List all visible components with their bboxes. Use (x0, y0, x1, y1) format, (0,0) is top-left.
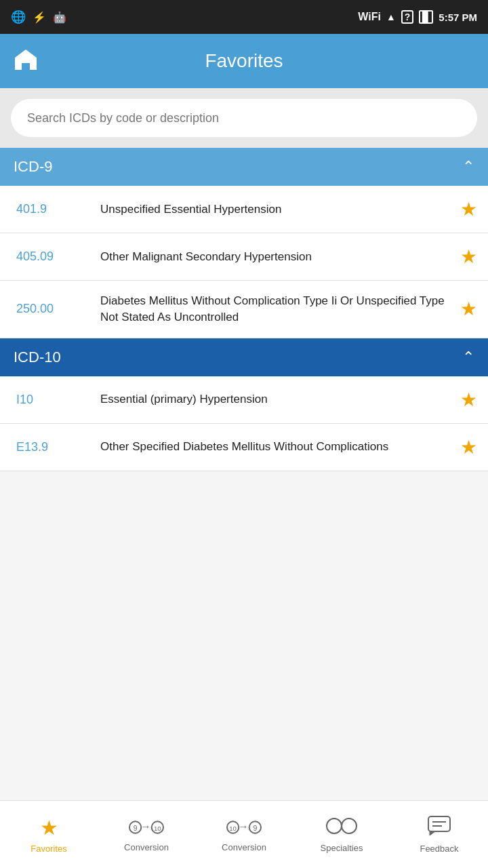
bottom-navigation: ★ Favorites 9 → 10 Conversion 10 → 9 (0, 800, 488, 868)
usb-icon: ⚡ (33, 11, 46, 24)
icd9-star-2[interactable]: ★ (460, 298, 477, 320)
icd9-section-header[interactable]: ICD-9 ⌃ (0, 148, 488, 186)
feedback-icon (427, 815, 451, 840)
icd9-code-2[interactable]: 250.00 (11, 302, 92, 316)
time-display: 5:57 PM (439, 12, 477, 23)
icd10-star-1[interactable]: ★ (460, 436, 477, 458)
table-row: E13.9 Other Specified Diabetes Mellitus … (0, 424, 488, 471)
main-content: ICD-9 ⌃ 401.9 Unspecified Essential Hype… (0, 148, 488, 539)
favorites-icon: ★ (40, 816, 58, 840)
icd10-code-1[interactable]: E13.9 (11, 440, 92, 454)
icd10-section-header[interactable]: ICD-10 ⌃ (0, 338, 488, 376)
icd9-star-0[interactable]: ★ (460, 198, 477, 220)
icd9-code-1[interactable]: 405.09 (11, 250, 92, 264)
home-icon[interactable] (14, 48, 38, 75)
icd9-label: ICD-9 (14, 158, 52, 176)
icd10-star-0[interactable]: ★ (460, 389, 477, 411)
icd10-code-0[interactable]: I10 (11, 393, 92, 407)
icd9-desc-2: Diabetes Mellitus Without Complication T… (92, 293, 460, 326)
svg-text:9: 9 (134, 824, 138, 832)
nav-label-favorites: Favorites (30, 844, 66, 854)
icd9-desc-1: Other Malignant Secondary Hypertension (92, 249, 460, 265)
icd10-list: I10 Essential (primary) Hypertension ★ E… (0, 376, 488, 471)
question-icon: ? (401, 10, 414, 24)
table-row: 250.00 Diabetes Mellitus Without Complic… (0, 281, 488, 338)
icd10-desc-1: Other Specified Diabetes Mellitus Withou… (92, 439, 460, 455)
wifi-icon: WiFi (358, 11, 381, 23)
icd10-chevron-icon: ⌃ (462, 349, 474, 366)
table-row: I10 Essential (primary) Hypertension ★ (0, 376, 488, 424)
icd10-label: ICD-10 (14, 349, 61, 366)
battery-icon: ▊ (419, 10, 433, 24)
table-row: 405.09 Other Malignant Secondary Hyperte… (0, 233, 488, 281)
signal-icon: ▲ (386, 12, 396, 22)
icd9-chevron-icon: ⌃ (462, 158, 474, 176)
svg-text:→: → (238, 821, 248, 832)
android-icon: 🤖 (53, 11, 66, 24)
status-bar-left: 🌐 ⚡ 🤖 (11, 9, 66, 24)
app-header: Favorites (0, 34, 488, 88)
icd10-desc-0: Essential (primary) Hypertension (92, 391, 460, 408)
nav-item-feedback[interactable]: Feedback (390, 815, 488, 854)
search-input[interactable] (11, 99, 477, 137)
nav-label-feedback: Feedback (420, 844, 458, 854)
conversion-9to10-icon: 9 → 10 (129, 816, 164, 838)
svg-text:9: 9 (253, 824, 257, 832)
nav-item-specialties[interactable]: Specialties (293, 816, 390, 853)
status-bar: 🌐 ⚡ 🤖 WiFi ▲ ? ▊ 5:57 PM (0, 0, 488, 34)
conversion-10to9-icon: 10 → 9 (226, 816, 262, 838)
nav-item-conversion-10to9[interactable]: 10 → 9 Conversion (195, 816, 293, 852)
svg-text:→: → (140, 821, 150, 832)
page-title: Favorites (205, 50, 283, 72)
svg-point-11 (342, 818, 357, 833)
nav-item-favorites[interactable]: ★ Favorites (0, 816, 98, 854)
svg-rect-12 (428, 816, 450, 831)
icd9-code-0[interactable]: 401.9 (11, 202, 92, 216)
table-row: 401.9 Unspecified Essential Hypertension… (0, 186, 488, 233)
icd9-star-1[interactable]: ★ (460, 245, 477, 268)
icd9-desc-0: Unspecified Essential Hypertension (92, 201, 460, 218)
svg-point-10 (327, 818, 342, 833)
nav-label-conversion-9to10: Conversion (124, 842, 169, 852)
status-bar-right: WiFi ▲ ? ▊ 5:57 PM (358, 10, 477, 24)
svg-text:10: 10 (154, 825, 161, 832)
nav-label-specialties: Specialties (321, 843, 363, 853)
nav-label-conversion-10to9: Conversion (222, 842, 266, 852)
icd9-list: 401.9 Unspecified Essential Hypertension… (0, 186, 488, 338)
search-container (0, 88, 488, 148)
svg-text:10: 10 (229, 825, 237, 832)
globe-icon: 🌐 (11, 9, 26, 24)
specialties-icon (323, 816, 360, 839)
nav-item-conversion-9to10[interactable]: 9 → 10 Conversion (98, 816, 195, 852)
